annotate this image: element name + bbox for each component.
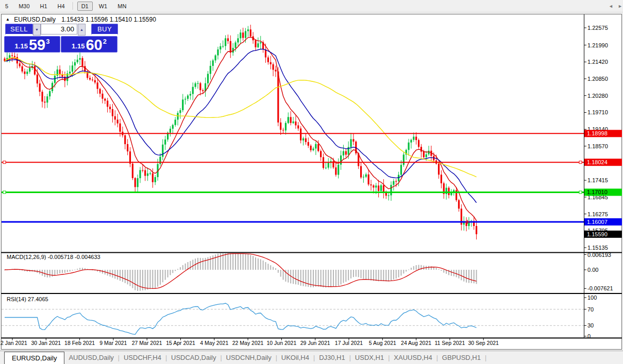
timeframe-button-h4[interactable]: H4 [54, 2, 69, 11]
sell-price-point: 3 [46, 38, 49, 45]
date-label: 4 May 2021 [200, 340, 228, 346]
svg-text:-0.007621: -0.007621 [587, 285, 613, 291]
svg-text:1.18998: 1.18998 [587, 130, 608, 136]
rsi-indicator-label: RSI(14) 27.4065 [7, 296, 48, 302]
sell-price-pips: 59 [29, 38, 45, 51]
date-label: 30 Sep 2021 [468, 340, 499, 346]
timeframe-button-d1[interactable]: D1 [77, 2, 93, 11]
arrow-down-icon: ▼ [35, 28, 39, 31]
chart-ohlc: 1.15433 1.15596 1.15410 1.15590 [61, 16, 156, 23]
svg-text:1.17010: 1.17010 [587, 189, 608, 195]
chart-title: ▲ EURUSD,Daily 1.15433 1.15596 1.15410 1… [6, 16, 156, 23]
date-label: 27 Mar 2021 [132, 340, 162, 346]
buy-button[interactable]: BUY [91, 24, 118, 35]
svg-text:1.15135: 1.15135 [587, 245, 608, 251]
svg-text:1.21990: 1.21990 [587, 42, 608, 48]
trading-terminal: 5M30H1H4D1W1MN 1.225751.219901.214201.20… [0, 0, 623, 364]
svg-text:1.20280: 1.20280 [587, 93, 608, 99]
timeframe-button-m30[interactable]: M30 [14, 2, 33, 11]
tab-dj30-h1[interactable]: DJ30,H1 [315, 352, 349, 364]
tab-usdchf-h4[interactable]: USDCHF,H4 [120, 352, 165, 364]
tab-gbpusd-h1[interactable]: GBPUSD,H1 [438, 352, 485, 364]
svg-text:100: 100 [587, 294, 597, 301]
lot-size-input[interactable] [41, 24, 77, 34]
arrow-up-icon: ▲ [80, 28, 83, 31]
svg-text:1.19710: 1.19710 [587, 109, 608, 115]
tab-eurusd-daily[interactable]: EURUSD,Daily [4, 352, 64, 364]
tab-scroll-right-icon[interactable]: ► [618, 4, 622, 9]
svg-text:1.16275: 1.16275 [587, 211, 608, 217]
timeframe-button-h1[interactable]: H1 [36, 2, 52, 11]
tab-usdcnh-daily[interactable]: USDCNH,Daily [222, 352, 276, 364]
sell-price-display[interactable]: 1.15 59 3 [4, 36, 60, 53]
toolbar-separator [73, 2, 74, 10]
date-label: 10 Jun 2021 [266, 340, 296, 346]
chart-symbol: EURUSD,Daily [14, 16, 56, 23]
svg-text:70: 70 [587, 306, 594, 313]
date-label: 15 Apr 2021 [166, 340, 195, 346]
date-label: 12 Jan 2021 [0, 340, 27, 346]
lot-decrease-button[interactable]: ▼ [33, 24, 41, 36]
date-label: 5 Aug 2021 [369, 340, 396, 346]
buy-price-prefix: 1.15 [72, 42, 85, 50]
chart-window-frame [2, 14, 622, 350]
lot-increase-button[interactable]: ▲ [78, 24, 86, 36]
svg-text:0: 0 [587, 333, 591, 339]
tab-audusd-daily[interactable]: AUDUSD,Daily [64, 352, 117, 364]
timeframe-button-5[interactable]: 5 [1, 2, 12, 11]
svg-text:0.00: 0.00 [587, 267, 598, 273]
date-label: 30 Jan 2021 [31, 340, 61, 346]
date-label: 11 Sep 2021 [435, 340, 465, 346]
date-label: 17 Jul 2021 [335, 340, 363, 346]
date-label: 9 Mar 2021 [99, 340, 127, 346]
svg-text:1.22575: 1.22575 [587, 25, 608, 31]
svg-text:1.17415: 1.17415 [587, 177, 608, 183]
timeframe-toolbar: 5M30H1H4D1W1MN [0, 0, 623, 12]
sell-button[interactable]: SELL [5, 24, 33, 35]
buy-price-display[interactable]: 1.15 60 2 [61, 36, 117, 53]
tab-usdx-h1[interactable]: USDX,H1 [351, 352, 388, 364]
svg-text:1.18024: 1.18024 [587, 159, 608, 165]
buy-price-point: 2 [103, 38, 107, 45]
chart-canvas[interactable]: 1.225751.219901.214201.208501.202801.197… [0, 0, 623, 364]
timeframe-button-w1[interactable]: W1 [95, 2, 112, 11]
date-label: 22 May 2021 [232, 340, 264, 346]
date-label: 18 Feb 2021 [64, 340, 95, 346]
collapse-triangle-icon[interactable]: ▲ [6, 17, 10, 22]
date-label: 29 Jun 2021 [300, 340, 330, 346]
tab-usdcad-daily[interactable]: USDCAD,Daily [167, 352, 220, 364]
tab-ukoil-h4[interactable]: UKOil,H4 [277, 352, 313, 364]
svg-text:1.21420: 1.21420 [587, 59, 608, 65]
timeframe-button-mn[interactable]: MN [113, 2, 130, 11]
svg-text:1.20850: 1.20850 [587, 76, 608, 82]
buy-price-pips: 60 [86, 38, 102, 51]
svg-text:0.006193: 0.006193 [587, 252, 611, 258]
symbol-tabbar: EURUSD,DailyAUDUSD,Daily|USDCHF,H4|USDCA… [0, 351, 623, 364]
svg-text:30: 30 [587, 322, 594, 328]
date-label: 24 Aug 2021 [401, 340, 431, 346]
macd-indicator-label: MACD(12,26,9) -0.005718 -0.004633 [7, 254, 100, 260]
svg-text:1.18570: 1.18570 [587, 143, 608, 149]
sell-price-prefix: 1.15 [15, 42, 28, 50]
tab-scroll-left-icon[interactable]: ◄ [609, 4, 613, 9]
svg-text:1.16007: 1.16007 [587, 219, 608, 225]
tab-separator: | [485, 354, 486, 364]
tab-xauusd-h4[interactable]: XAUUSD,H4 [390, 352, 436, 364]
svg-text:1.15590: 1.15590 [587, 231, 608, 237]
